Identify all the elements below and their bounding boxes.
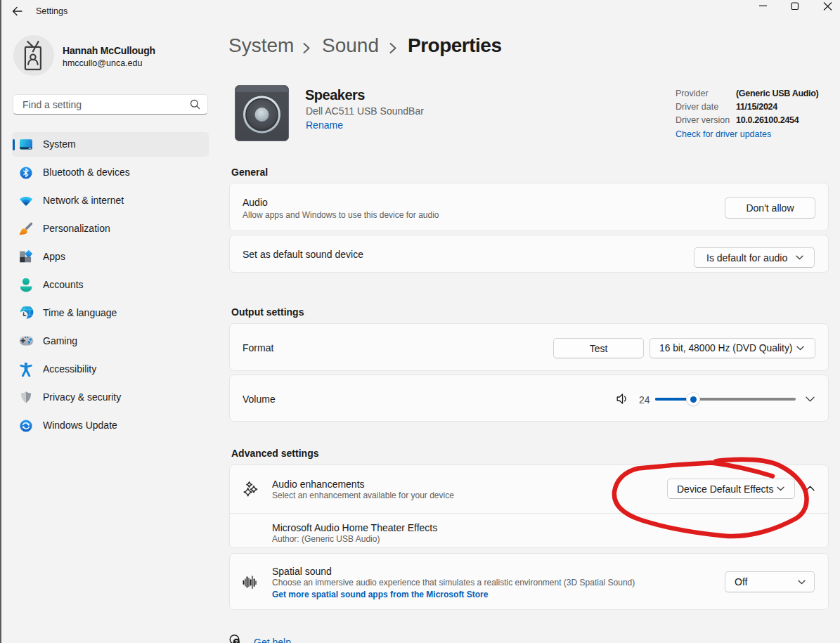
svg-text:?: ? <box>235 639 238 643</box>
